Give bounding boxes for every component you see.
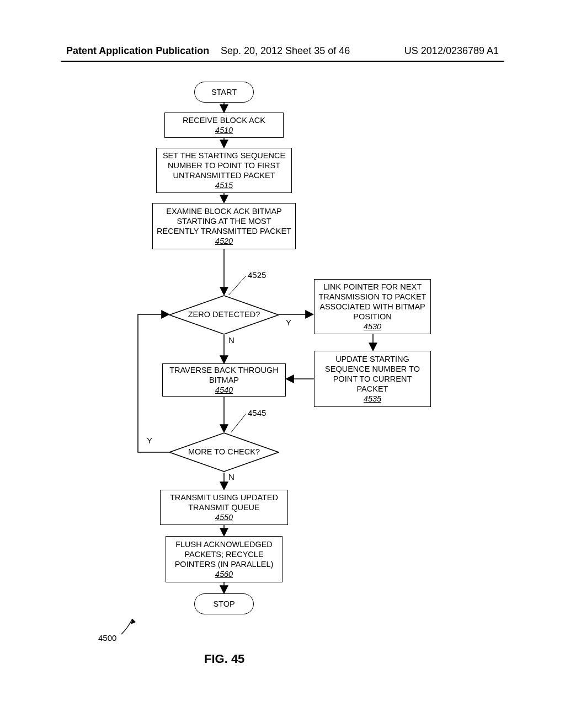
label-y-4545: Y xyxy=(147,436,152,445)
process-4515: SET THE STARTING SEQUENCE NUMBER TO POIN… xyxy=(156,148,292,193)
process-4515-ref: 4515 xyxy=(215,180,233,190)
process-4510: RECEIVE BLOCK ACK 4510 xyxy=(164,113,284,138)
process-4560-ref: 4560 xyxy=(215,569,233,579)
header-rule xyxy=(61,61,504,62)
process-4535: UPDATE STARTING SEQUENCE NUMBER TO POINT… xyxy=(314,351,431,407)
terminator-start: START xyxy=(194,82,254,103)
process-4510-text: RECEIVE BLOCK ACK xyxy=(183,115,265,125)
decision-4545-ref: 4545 xyxy=(248,408,266,417)
process-4550-text: TRANSMIT USING UPDATED TRANSMIT QUEUE xyxy=(164,493,284,512)
svg-line-4 xyxy=(226,276,246,298)
process-4530: LINK POINTER FOR NEXT TRANSMISSION TO PA… xyxy=(314,279,431,334)
decision-4525-text: ZERO DETECTED? xyxy=(169,310,279,319)
figure-reference-4500: 4500 xyxy=(98,633,116,643)
process-4540-text: TRAVERSE BACK THROUGH BITMAP xyxy=(166,365,282,385)
process-4530-ref: 4530 xyxy=(364,322,381,331)
decision-4545-text: MORE TO CHECK? xyxy=(169,447,279,456)
process-4540: TRAVERSE BACK THROUGH BITMAP 4540 xyxy=(162,363,286,397)
process-4520-ref: 4520 xyxy=(215,236,233,246)
label-n-4545: N xyxy=(228,472,234,481)
process-4550-ref: 4550 xyxy=(215,512,233,522)
process-4515-text: SET THE STARTING SEQUENCE NUMBER TO POIN… xyxy=(160,151,288,180)
label-y-4525: Y xyxy=(286,318,291,327)
process-4540-ref: 4540 xyxy=(215,385,233,395)
label-n-4525: N xyxy=(228,335,234,345)
decision-4525: ZERO DETECTED? xyxy=(169,295,279,335)
page-header: Patent Application Publication Sep. 20, … xyxy=(0,45,565,57)
patent-page: Patent Application Publication Sep. 20, … xyxy=(0,0,565,728)
header-publication: Patent Application Publication xyxy=(66,45,209,56)
decision-4545: MORE TO CHECK? xyxy=(169,432,279,472)
process-4535-ref: 4535 xyxy=(364,394,381,404)
header-pubnumber: US 2012/0236789 A1 xyxy=(404,45,499,57)
flowchart-canvas: START RECEIVE BLOCK ACK 4510 SET THE STA… xyxy=(0,77,565,684)
figure-caption: FIG. 45 xyxy=(204,652,244,666)
header-sheet: Sep. 20, 2012 Sheet 35 of 46 xyxy=(221,45,350,57)
terminator-stop: STOP xyxy=(194,593,254,614)
process-4520-text: EXAMINE BLOCK ACK BITMAP STARTING AT THE… xyxy=(156,206,292,236)
process-4510-ref: 4510 xyxy=(215,125,233,135)
process-4535-text: UPDATE STARTING SEQUENCE NUMBER TO POINT… xyxy=(318,354,427,394)
stop-label: STOP xyxy=(213,599,234,609)
process-4530-text: LINK POINTER FOR NEXT TRANSMISSION TO PA… xyxy=(318,282,427,322)
decision-4525-ref: 4525 xyxy=(248,270,266,280)
start-label: START xyxy=(211,87,237,97)
process-4550: TRANSMIT USING UPDATED TRANSMIT QUEUE 45… xyxy=(160,490,288,525)
process-4560-text: FLUSH ACKNOWLEDGED PACKETS; RECYCLE POIN… xyxy=(169,539,279,569)
process-4520: EXAMINE BLOCK ACK BITMAP STARTING AT THE… xyxy=(152,203,296,249)
process-4560: FLUSH ACKNOWLEDGED PACKETS; RECYCLE POIN… xyxy=(166,536,282,582)
